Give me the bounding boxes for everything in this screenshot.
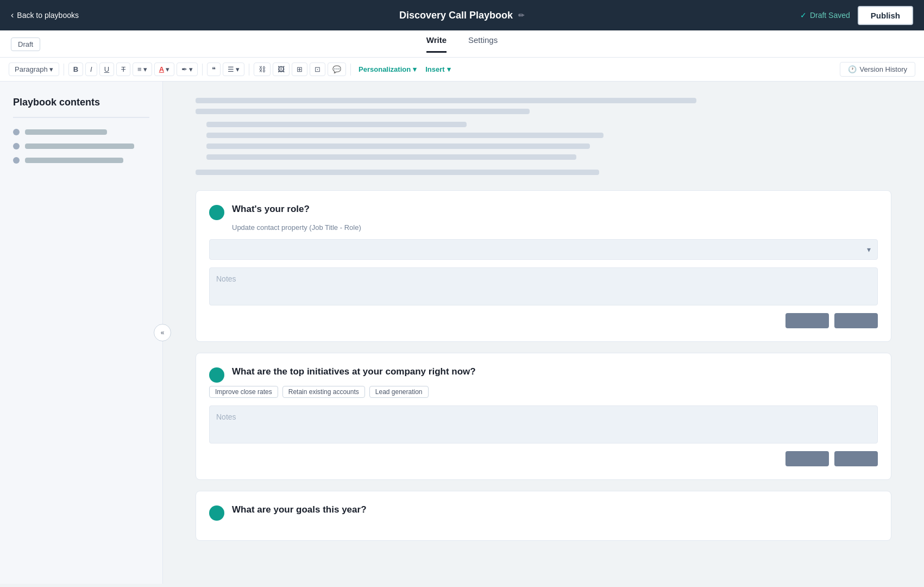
sidebar-item-3[interactable]: [13, 157, 149, 164]
q1-header: What's your role?: [209, 204, 878, 220]
q1-action-btn-2[interactable]: [834, 313, 878, 328]
tab-write[interactable]: Write: [426, 35, 447, 53]
version-history-label: Version History: [860, 65, 907, 73]
toolbar: Paragraph ▾ B I U T ≡ ▾ A ▾ ✒ ▾ ❝ ☰ ▾ ⛓ …: [0, 58, 924, 82]
draft-badge[interactable]: Draft: [11, 38, 40, 51]
toolbar-divider-3: [249, 64, 249, 76]
q2-notes[interactable]: Notes: [209, 405, 878, 444]
ph-line-2: [196, 109, 530, 114]
code-button[interactable]: ⊡: [310, 63, 325, 76]
back-to-playbooks-link[interactable]: ‹ Back to playbooks: [11, 10, 79, 20]
sidebar-dot-2: [13, 143, 20, 149]
check-icon: ✓: [800, 11, 807, 20]
q1-dropdown[interactable]: ▾: [209, 239, 878, 260]
q3-header: What are your goals this year?: [209, 504, 878, 521]
link-button[interactable]: ⛓: [254, 63, 271, 76]
draft-badge-container: Draft: [11, 39, 40, 49]
question-card-3: What are your goals this year?: [196, 491, 891, 541]
tab-settings[interactable]: Settings: [468, 35, 498, 53]
quote-button[interactable]: ❝: [207, 63, 221, 76]
q3-title: What are your goals this year?: [232, 504, 367, 515]
align-arrow: ▾: [236, 65, 240, 73]
comment-icon: 💬: [332, 65, 341, 73]
q1-notes[interactable]: Notes: [209, 267, 878, 305]
code-icon: ⊡: [315, 65, 320, 73]
insert-label: Insert: [425, 65, 444, 73]
sidebar-collapse-button[interactable]: «: [154, 324, 171, 341]
q2-action-btn-2[interactable]: [834, 451, 878, 466]
q1-dot: [209, 205, 224, 220]
q1-action-btn-1[interactable]: [785, 313, 829, 328]
strikethrough-button[interactable]: T: [116, 63, 130, 76]
ph-line-5: [206, 143, 590, 149]
sidebar-bar-1: [25, 129, 107, 135]
q2-tag-3[interactable]: Lead generation: [369, 386, 429, 398]
q2-header: What are the top initiatives at your com…: [209, 366, 878, 383]
bold-icon: B: [73, 65, 78, 73]
font-color-arrow: ▾: [166, 65, 169, 73]
q2-tag-1[interactable]: Improve close rates: [209, 386, 278, 398]
version-history-button[interactable]: 🕐 Version History: [840, 62, 915, 77]
highlight-icon: ✒: [181, 65, 187, 73]
table-icon: ⊞: [297, 65, 303, 73]
insert-button[interactable]: Insert ▾: [422, 63, 454, 76]
ph-line-7: [196, 170, 599, 175]
q2-tags: Improve close rates Retain existing acco…: [209, 386, 878, 398]
q2-dot: [209, 367, 224, 383]
sidebar-title: Playbook contents: [13, 97, 149, 108]
image-icon: 🖼: [278, 65, 285, 73]
publish-button[interactable]: Publish: [858, 6, 913, 25]
ph-line-6: [206, 154, 576, 160]
underline-icon: U: [104, 65, 109, 73]
list-button[interactable]: ≡ ▾: [133, 63, 152, 76]
q3-dot: [209, 505, 224, 521]
list-icon: ≡: [137, 65, 142, 73]
clock-icon: 🕐: [848, 65, 857, 73]
sidebar: Playbook contents «: [0, 82, 163, 584]
paragraph-dropdown[interactable]: Paragraph ▾: [9, 63, 59, 76]
table-button[interactable]: ⊞: [292, 63, 307, 76]
nav-right: ✓ Draft Saved Publish: [800, 6, 913, 25]
font-color-icon: A: [159, 65, 164, 73]
q2-tag-2[interactable]: Retain existing accounts: [282, 386, 365, 398]
dropdown-arrow-icon: ▾: [49, 65, 53, 73]
strikethrough-icon: T: [121, 65, 125, 73]
q2-action-btn-1[interactable]: [785, 451, 829, 466]
quote-icon: ❝: [212, 65, 216, 73]
tabs-bar: Draft Write Settings: [0, 30, 924, 58]
draft-saved-label: Draft Saved: [810, 11, 850, 20]
personalization-button[interactable]: Personalization ▾: [355, 63, 420, 76]
ph-line-4: [206, 133, 604, 138]
q1-dropdown-arrow: ▾: [867, 245, 871, 254]
underline-button[interactable]: U: [99, 63, 114, 76]
nav-center: Discovery Call Playbook ✏: [399, 10, 525, 21]
sidebar-items: [13, 129, 149, 164]
personalization-arrow: ▾: [413, 65, 417, 73]
toolbar-right: 🕐 Version History: [840, 62, 915, 77]
top-nav: ‹ Back to playbooks Discovery Call Playb…: [0, 0, 924, 30]
ph-line-1: [196, 98, 696, 103]
q1-title: What's your role?: [232, 204, 310, 215]
toolbar-divider-1: [64, 64, 64, 76]
font-color-button[interactable]: A ▾: [154, 63, 174, 76]
question-card-1: What's your role? Update contact propert…: [196, 190, 891, 342]
sidebar-item-1[interactable]: [13, 129, 149, 135]
insert-arrow: ▾: [447, 65, 451, 73]
toolbar-divider-4: [350, 64, 351, 76]
comment-button[interactable]: 💬: [328, 63, 346, 76]
q1-subtitle: Update contact property (Job Title - Rol…: [232, 223, 878, 232]
image-button[interactable]: 🖼: [273, 63, 290, 76]
sidebar-item-2[interactable]: [13, 143, 149, 149]
sidebar-bar-3: [25, 158, 123, 163]
placeholder-block: [196, 98, 891, 175]
playbook-title: Discovery Call Playbook: [399, 10, 513, 21]
back-arrow-icon: ‹: [11, 10, 14, 20]
nav-left: ‹ Back to playbooks: [11, 10, 79, 20]
list-dropdown-arrow: ▾: [143, 65, 147, 73]
q1-actions: [209, 313, 878, 328]
bold-button[interactable]: B: [68, 63, 83, 76]
edit-icon[interactable]: ✏: [518, 11, 525, 20]
align-button[interactable]: ☰ ▾: [223, 63, 244, 76]
highlight-button[interactable]: ✒ ▾: [177, 63, 198, 76]
italic-button[interactable]: I: [85, 63, 97, 76]
